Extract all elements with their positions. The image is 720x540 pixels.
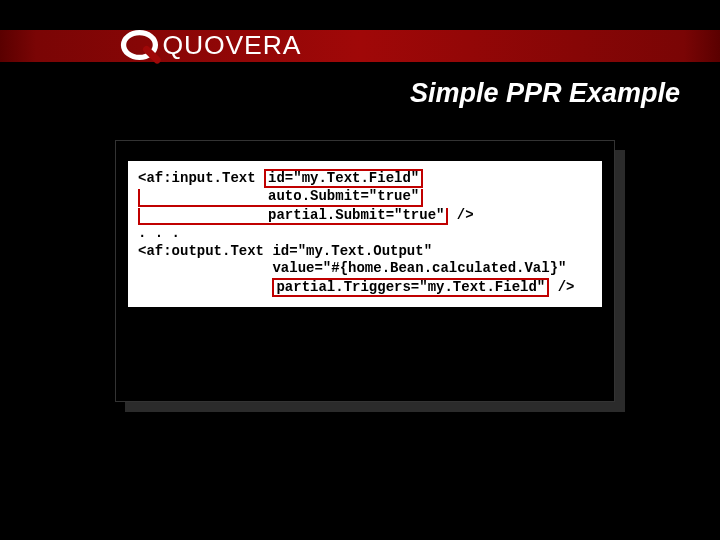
code-line: value="#{home.Bean.calculated.Val}" [138,260,592,278]
code-line: partial.Submit="true" /> [138,207,592,225]
highlight-id-attr: id="my.Text.Field" [264,169,423,188]
code-text: /> [448,207,473,223]
code-text: /> [549,279,574,295]
highlight-partialtriggers-attr: partial.Triggers="my.Text.Field" [272,278,549,297]
code-text: <af:input.Text [138,170,264,186]
code-line: <af:output.Text id="my.Text.Output" [138,243,592,261]
logo: QUOVERA [120,20,350,70]
code-line: . . . [138,225,592,243]
slide-title: Simple PPR Example [410,78,680,109]
code-panel: <af:input.Text id="my.Text.Field" auto.S… [115,140,615,402]
code-line: partial.Triggers="my.Text.Field" /> [138,278,592,297]
code-text [138,279,272,295]
logo-text: QUOVERA [162,30,301,60]
top-stripe [0,30,720,62]
code-line: <af:input.Text id="my.Text.Field" [138,169,592,188]
highlight-partialsubmit-attr: partial.Submit="true" [138,208,448,225]
highlight-autosubmit-attr: auto.Submit="true" [138,189,423,206]
code-block: <af:input.Text id="my.Text.Field" auto.S… [128,161,602,307]
quovera-logo-icon: QUOVERA [120,21,350,69]
code-line: auto.Submit="true" [138,188,592,206]
